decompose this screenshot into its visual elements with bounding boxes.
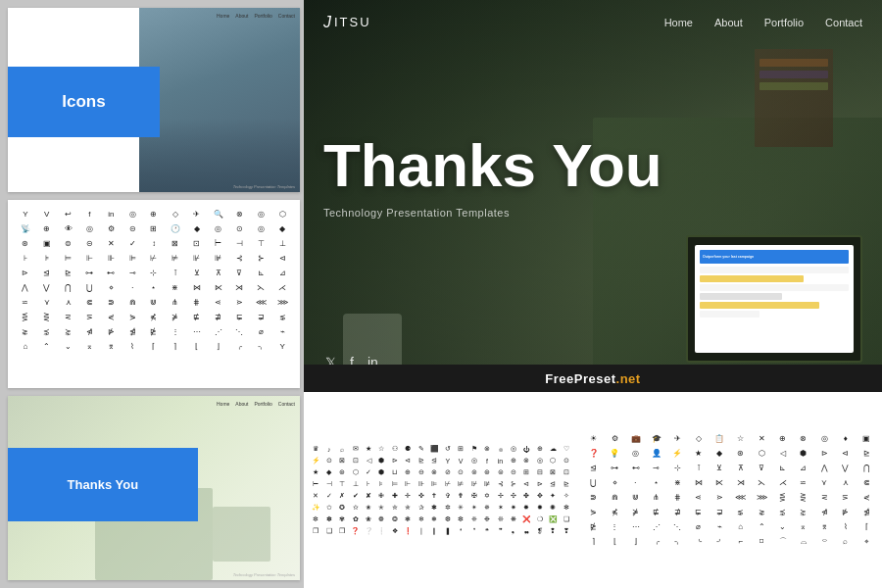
- icon-cell-right: ⋃: [584, 476, 603, 489]
- icon-cell-mid: ✟: [455, 491, 466, 502]
- mid-icons-cell: ♛♪⌕✉★☆⚇⚈✎⬛↺⊞⚑⊗⌾◎⏻⊕☁♡⚡⊙⊠⊡◁⬢⊳⊲⊵⊴YV◎fin⊕⊗◎⬡…: [304, 392, 578, 588]
- icon-cell-mid: ⊙: [322, 456, 334, 466]
- icon-cell-mid: ✹: [534, 503, 546, 514]
- icon-cell-right: ★: [689, 447, 708, 460]
- icon-cell-mid: ✽: [322, 514, 334, 525]
- icon-cell-mid: ❎: [547, 514, 559, 525]
- icon-cell-right: ◎: [626, 447, 645, 460]
- dot-net: .net: [616, 371, 641, 386]
- icon-cell-right: ⊳: [815, 447, 834, 460]
- icon-cell-mid: ⊛: [336, 467, 348, 478]
- thumb1-nav: Home About Portfolio Contact: [217, 13, 295, 19]
- thumb3-title: Thanks You: [68, 477, 138, 492]
- icon-cell-mid: ❇: [455, 514, 466, 525]
- icon-cell-small: ⊺: [166, 267, 185, 279]
- main-nav-portfolio[interactable]: Portfolio: [764, 17, 804, 28]
- icon-cell-small: ⋮: [166, 325, 185, 338]
- icon-cell-mid: ✬: [363, 503, 374, 514]
- icon-cell-small: 👁: [59, 222, 78, 235]
- icon-cell-mid: ✧: [561, 491, 572, 502]
- main-title: Thanks You: [323, 133, 662, 197]
- icon-cell-right: ⋊: [731, 476, 750, 489]
- icon-cell-mid: ⊗: [481, 444, 493, 455]
- thumb3-cell: Thanks You Home About Portfolio Contact …: [0, 392, 304, 588]
- icon-cell-small: ⋔: [166, 296, 185, 309]
- icon-cell-mid: ⊗: [520, 456, 532, 466]
- main-nav-home[interactable]: Home: [664, 17, 693, 28]
- icon-cell-mid: ⊯: [481, 479, 493, 490]
- icon-cell-mid: ✦: [547, 491, 559, 502]
- laptop-screen: Outperform your last campaign: [695, 245, 854, 354]
- icon-cell-right: ⋢: [647, 506, 665, 518]
- thumb1-cell: Icons Home About Portfolio Contact Techn…: [0, 0, 304, 196]
- icon-cell-small: ⌃: [37, 340, 57, 353]
- icon-cell-small: ⊪: [101, 252, 121, 265]
- icon-cell-small: ⋜: [59, 311, 78, 323]
- icon-cell-mid: ✎: [416, 444, 427, 455]
- icon-cell-small: ⋕: [187, 296, 207, 309]
- icon-cell-right: 💼: [626, 432, 645, 445]
- icon-cell-right: ⌉: [584, 535, 603, 548]
- icon-cell-right: ⋍: [794, 476, 812, 489]
- icon-cell-small: ⊻: [187, 267, 207, 279]
- icon-cell-small: ✈: [187, 208, 207, 220]
- laptop-sim: Outperform your last campaign: [686, 235, 862, 363]
- icon-cell-mid: ❈: [467, 514, 479, 525]
- icon-cell-mid: ✝: [428, 491, 440, 502]
- icon-cell-small: ⊴: [37, 267, 57, 279]
- icon-cell-right: ⌓: [794, 535, 812, 548]
- icon-cell-right: ⋇: [668, 476, 687, 489]
- icon-cell-right: ❓: [584, 447, 603, 460]
- icon-cell-small: ⊤: [251, 237, 270, 250]
- icon-cell-right: ⌇: [836, 520, 855, 533]
- icon-cell-small: f: [80, 208, 100, 220]
- icon-cell-right: ☆: [731, 432, 750, 445]
- icon-cell-right: ♦: [836, 432, 855, 445]
- icon-cell-small: ⊮: [187, 252, 207, 265]
- icon-cell-mid: ⊰: [494, 479, 506, 490]
- icon-cell-right: ⌄: [773, 520, 792, 533]
- icon-cell-right: ⋂: [858, 462, 876, 474]
- thumb2-cell: YV↩fin◎⊕◇✈🔍⊗◎⬡📡⊕👁◎⚙⊝⊞🕐◆◎⊙◎◆⊛▣⊜⊝✕✓↕⊠⊡⊢⊣⊤⊥…: [0, 196, 304, 392]
- icon-cell-mid: ❋: [508, 514, 519, 525]
- icon-cell-small: ◇: [166, 208, 185, 220]
- icon-cell-small: ⊾: [251, 267, 270, 279]
- icons-grid-right: ☀⚙💼🎓✈◇📋☆✕⊕⊗◎♦▣❓💡◎👤⚡★◆⊛⬡◁⬢⊳⊲⊵⊴⊶⊷⊸⊹⊺⊻⊼⊽⊾⊿⋀…: [584, 398, 876, 582]
- icon-cell-small: ⋧: [16, 325, 35, 338]
- main-nav-contact[interactable]: Contact: [825, 17, 862, 28]
- icon-cell-right: ⋈: [689, 476, 708, 489]
- icon-cell-mid: ❂: [389, 514, 401, 525]
- icon-cell-mid: ❄: [416, 514, 427, 525]
- icon-cell-small: ⊝: [80, 237, 100, 250]
- icon-cell-mid: ◁: [363, 456, 374, 466]
- icon-cell-right: ⋋: [752, 476, 770, 489]
- icon-cell-right: ⋭: [584, 520, 603, 533]
- icon-cell-small: ⋟: [122, 311, 142, 323]
- icon-cell-right: ⋓: [626, 491, 645, 504]
- icon-cell-right: ⌒: [773, 535, 792, 548]
- icon-cell-small: ⋤: [229, 311, 249, 323]
- icon-cell-right: ⋁: [836, 462, 855, 474]
- icon-cell-mid: ⊨: [389, 479, 401, 490]
- icon-cell-mid: ⊣: [322, 479, 334, 490]
- icon-cell-mid: ✸: [520, 503, 532, 514]
- icon-cell-mid: ❌: [520, 514, 532, 525]
- icon-cell-right: ⌈: [858, 520, 876, 533]
- icon-cell-small: ⋠: [144, 311, 164, 323]
- icon-cell-mid: ⊗: [428, 467, 440, 478]
- icon-cell-small: ⋃: [80, 281, 100, 294]
- icon-cell-right: ▣: [858, 432, 876, 445]
- main-nav-about[interactable]: About: [714, 17, 743, 28]
- icon-cell-mid: ⊲: [402, 456, 414, 466]
- icon-cell-small: ⋇: [166, 281, 185, 294]
- icon-cell-small: ⊶: [80, 267, 100, 279]
- icon-cell-small: Y: [16, 208, 35, 220]
- icon-cell-small: ⋊: [229, 281, 249, 294]
- icon-cell-right: ⋉: [710, 476, 729, 489]
- icon-cell-small: ◎: [251, 208, 270, 220]
- icon-cell-right: ⋆: [647, 476, 665, 489]
- icon-cell-right: ◆: [710, 447, 729, 460]
- icon-cell-mid: ✉: [349, 444, 361, 455]
- icon-cell-small: ⋅: [122, 281, 142, 294]
- icon-cell-mid: ⊕: [534, 444, 546, 455]
